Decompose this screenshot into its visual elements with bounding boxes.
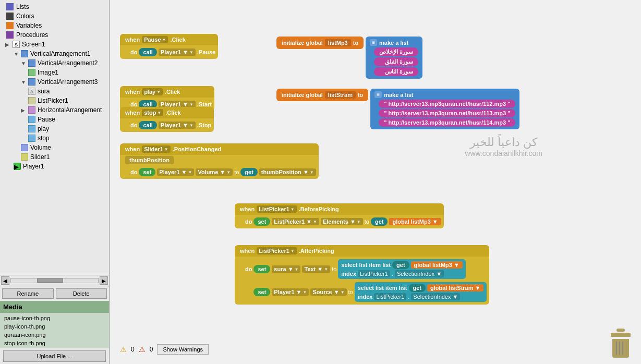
- stop-call-label: call: [139, 121, 156, 129]
- screen1-icon: S: [13, 41, 20, 48]
- pause-do-row: do call Player1 ▼ .Pause: [130, 48, 215, 56]
- lp-after-source-dd[interactable]: Source ▼: [310, 288, 346, 296]
- lp-after-text-dd[interactable]: Text ▼: [302, 265, 330, 273]
- sidebar-item-play[interactable]: play: [3, 124, 106, 134]
- scroll-track[interactable]: [10, 278, 99, 283]
- warning-bar: ⚠ 0 ⚠ 0 Show Warnings: [120, 344, 209, 355]
- listmp3-make-label: make a list: [379, 40, 408, 46]
- lp-before-elements-dd[interactable]: Elements ▼: [321, 218, 363, 225]
- stop-player-dd[interactable]: Player1 ▼: [159, 122, 196, 129]
- liststram-make-list: ≡ make a list " http://server13.mp3quran…: [370, 89, 519, 129]
- sidebar-item-image1[interactable]: Image1: [3, 68, 106, 77]
- select2-label: select list item list: [358, 285, 407, 291]
- init-listmp3-block: initialize global listMp3 to ≡ make a li…: [276, 37, 422, 79]
- sidebar-item-procedures[interactable]: Procedures: [3, 30, 106, 40]
- tree-toggle-screen1[interactable]: ▶: [5, 42, 11, 47]
- sidebar-item-player1[interactable]: ▶ Player1: [3, 162, 106, 171]
- select2-global-dd[interactable]: global listStram ▼: [427, 284, 483, 292]
- stop-icon: [28, 135, 35, 142]
- stop-event-label: .Click: [165, 110, 180, 116]
- media-file-4[interactable]: stop-icon-th.png: [4, 339, 105, 347]
- sidebar-item-variables[interactable]: Variables: [3, 21, 106, 30]
- pause-component-dd[interactable]: Pause: [142, 36, 168, 43]
- err-count-1: 0: [150, 346, 153, 353]
- listpicker-after-body: do set sura ▼ Text ▼ to select list item…: [235, 257, 489, 305]
- listmp3-make-row: ≡ make a list: [370, 39, 418, 46]
- trash-handle: [616, 329, 625, 332]
- trash-body: [612, 339, 629, 358]
- sidebar-item-va3[interactable]: ▼ VerticalArrangement3: [3, 77, 106, 87]
- slider-when-label: when: [125, 146, 140, 152]
- init-liststram-block: initialize global listStram to ≡ make a …: [276, 89, 519, 129]
- sidebar-item-colors[interactable]: Colors: [3, 11, 106, 21]
- sidebar-label-play: play: [38, 125, 49, 132]
- select1-global-dd[interactable]: global listMp3 ▼: [411, 261, 463, 269]
- sidebar-item-lists[interactable]: Lists: [3, 2, 106, 11]
- sidebar-item-va1[interactable]: ▼ VerticalArrangement1: [3, 49, 106, 58]
- stop-event-header: when stop .Click: [120, 107, 214, 118]
- sidebar-item-slider1[interactable]: Slider1: [3, 152, 106, 162]
- lp-before-lp-dd[interactable]: ListPicker1 ▼: [272, 218, 319, 225]
- delete-button[interactable]: Delete: [56, 288, 107, 299]
- pause-do-label: do: [130, 49, 137, 55]
- pause-icon: [28, 116, 35, 123]
- sidebar-label-player1: Player1: [23, 163, 44, 170]
- lp-after-to2-label: to: [348, 289, 353, 295]
- tree-toggle-ha[interactable]: ▶: [21, 107, 27, 113]
- tree-toggle-va1[interactable]: ▼: [14, 51, 20, 57]
- play-component-dd[interactable]: play: [142, 88, 163, 95]
- slider-thumbpos-dd[interactable]: thumbPosition ▼: [259, 168, 316, 176]
- tree-toggle-va2[interactable]: ▼: [21, 60, 27, 66]
- sidebar-label-pause: Pause: [38, 116, 55, 123]
- rename-button[interactable]: Rename: [2, 288, 54, 299]
- lp-after-player-dd[interactable]: Player1 ▼: [272, 288, 309, 296]
- scroll-right-arrow[interactable]: ▶: [100, 276, 108, 285]
- lp-after-do-label: do: [245, 266, 252, 272]
- sidebar-item-stop[interactable]: stop: [3, 134, 106, 143]
- trash-icon[interactable]: [610, 329, 631, 355]
- sidebar-label-slider1: Slider1: [30, 153, 50, 161]
- upload-file-button[interactable]: Upload File ...: [3, 350, 106, 362]
- lp-after-sura-dd[interactable]: sura ▼: [272, 265, 300, 273]
- stop-event-body: do call Player1 ▼ .Stop: [120, 118, 214, 132]
- media-header: Media: [0, 301, 109, 313]
- media-file-1[interactable]: pause-icon-th.png: [4, 314, 105, 322]
- play-icon: [28, 125, 35, 132]
- listpicker-before-body: do set ListPicker1 ▼ Elements ▼ to get g…: [235, 215, 444, 228]
- pause-player-dd[interactable]: Player1 ▼: [159, 48, 196, 56]
- lp-before-to-label: to: [365, 219, 369, 225]
- tree-toggle-va3[interactable]: ▼: [21, 79, 27, 85]
- show-warnings-button[interactable]: Show Warnings: [157, 344, 209, 355]
- sidebar-item-va2[interactable]: ▼ VerticalArrangement2: [3, 58, 106, 68]
- select1-si-dd[interactable]: SelectionIndex ▼: [395, 270, 444, 277]
- init-liststram-block-bg: initialize global listStram to: [276, 89, 368, 101]
- sidebar-item-ha[interactable]: ▶ HorizontalArrangement: [3, 105, 106, 115]
- lp-before-global-dd[interactable]: global listMp3 ▼: [389, 218, 441, 225]
- slider-volume-dd[interactable]: Volume ▼: [196, 168, 233, 176]
- err-icon-1: ⚠: [139, 345, 146, 354]
- slider-player-dd[interactable]: Player1 ▼: [157, 168, 194, 176]
- sidebar-item-sura[interactable]: A sura: [3, 87, 106, 96]
- stop-component-dd[interactable]: stop: [142, 109, 163, 116]
- media-file-3[interactable]: quraan-icon.png: [4, 331, 105, 339]
- select2-si-dd[interactable]: SelectionIndex ▼: [411, 293, 460, 300]
- play-when-label: when: [125, 89, 140, 95]
- sidebar-item-pause[interactable]: Pause: [3, 115, 106, 124]
- sidebar-item-volume[interactable]: Volume: [3, 143, 106, 152]
- stop-method-label: .Stop: [197, 122, 212, 128]
- listpicker-after-header: when ListPicker1 .AfterPicking: [235, 245, 489, 257]
- lp-before-component-dd[interactable]: ListPicker1: [257, 205, 297, 213]
- image1-icon: [28, 69, 35, 76]
- scroll-left-arrow[interactable]: ◀: [1, 276, 9, 285]
- thumb-position-badge: thumbPosition: [125, 156, 174, 164]
- sidebar-item-screen1[interactable]: ▶ S Screen1: [3, 40, 106, 49]
- liststram-item-2: " http://server13.mp3quran.net/husr/113.…: [379, 109, 515, 117]
- slider-component-dd[interactable]: Slider1: [142, 145, 171, 153]
- stop-do-label: do: [130, 122, 137, 128]
- slider-event-block: when Slider1 .PositionChanged thumbPosit…: [120, 143, 319, 179]
- select-list-item-2-block: select list item list get global listStr…: [355, 282, 487, 302]
- sidebar-item-listpicker1[interactable]: ListPicker1: [3, 96, 106, 105]
- lp-after-component-dd[interactable]: ListPicker1: [257, 247, 297, 254]
- media-file-2[interactable]: play-icon-th.png: [4, 322, 105, 331]
- stop-when-label: when: [125, 110, 140, 116]
